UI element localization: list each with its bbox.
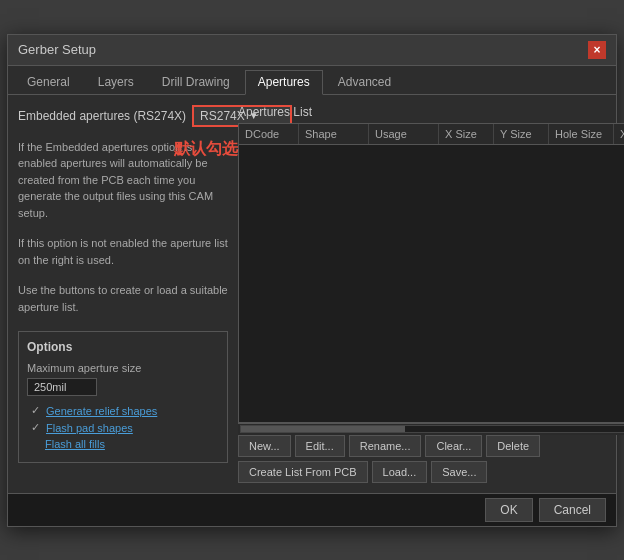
flash-all-fills-label[interactable]: Flash all fills xyxy=(45,438,105,450)
tab-general[interactable]: General xyxy=(14,70,83,94)
edit-button[interactable]: Edit... xyxy=(295,435,345,457)
tab-advanced[interactable]: Advanced xyxy=(325,70,404,94)
aperture-size-input[interactable] xyxy=(27,378,97,396)
desc-text-2: If this option is not enabled the apertu… xyxy=(18,235,228,268)
dialog-title: Gerber Setup xyxy=(18,42,96,57)
apertures-list-label: Apertures List xyxy=(238,105,624,119)
desc-text-3: Use the buttons to create or load a suit… xyxy=(18,282,228,315)
col-shape: Shape xyxy=(299,124,369,144)
tab-bar: General Layers Drill Drawing Apertures A… xyxy=(8,66,616,95)
create-list-from-pcb-button[interactable]: Create List From PCB xyxy=(238,461,368,483)
action-row-1: New... Edit... Rename... Clear... Delete xyxy=(238,435,624,457)
flash-pad-check-icon[interactable]: ✓ xyxy=(31,421,40,434)
col-xo: X O xyxy=(614,124,624,144)
col-usage: Usage xyxy=(369,124,439,144)
main-content: Embedded apertures (RS274X) RS274X ▼ If … xyxy=(8,95,616,493)
generate-relief-label[interactable]: Generate relief shapes xyxy=(46,405,157,417)
options-box: Options Maximum aperture size ✓ Generate… xyxy=(18,331,228,463)
right-panel: Apertures List DCode Shape Usage X Size … xyxy=(238,105,624,483)
flash-pad-row: ✓ Flash pad shapes xyxy=(27,421,219,434)
left-panel: Embedded apertures (RS274X) RS274X ▼ If … xyxy=(18,105,228,483)
tab-drill-drawing[interactable]: Drill Drawing xyxy=(149,70,243,94)
annotation-text: 默认勾选 xyxy=(174,139,238,160)
apertures-table: DCode Shape Usage X Size Y Size Hole Siz… xyxy=(238,123,624,423)
horizontal-scrollbar[interactable] xyxy=(238,423,624,435)
col-xsize: X Size xyxy=(439,124,494,144)
title-bar: Gerber Setup × xyxy=(8,35,616,66)
bottom-bar: OK Cancel xyxy=(8,493,616,526)
col-dcode: DCode xyxy=(239,124,299,144)
clear-button[interactable]: Clear... xyxy=(425,435,482,457)
col-ysize: Y Size xyxy=(494,124,549,144)
load-button[interactable]: Load... xyxy=(372,461,428,483)
close-button[interactable]: × xyxy=(588,41,606,59)
new-button[interactable]: New... xyxy=(238,435,291,457)
tab-apertures[interactable]: Apertures xyxy=(245,70,323,95)
rename-button[interactable]: Rename... xyxy=(349,435,422,457)
max-aperture-label: Maximum aperture size xyxy=(27,362,219,374)
scrollbar-track xyxy=(240,425,624,433)
cancel-button[interactable]: Cancel xyxy=(539,498,606,522)
action-row-2: Create List From PCB Load... Save... xyxy=(238,461,624,483)
embedded-row: Embedded apertures (RS274X) RS274X ▼ xyxy=(18,105,228,127)
flash-pad-label[interactable]: Flash pad shapes xyxy=(46,422,133,434)
delete-button[interactable]: Delete xyxy=(486,435,540,457)
flash-all-fills-row: Flash all fills xyxy=(27,438,219,450)
table-header: DCode Shape Usage X Size Y Size Hole Siz… xyxy=(239,124,624,145)
gerber-setup-dialog: Gerber Setup × General Layers Drill Draw… xyxy=(7,34,617,527)
generate-relief-check-icon[interactable]: ✓ xyxy=(31,404,40,417)
tab-layers[interactable]: Layers xyxy=(85,70,147,94)
save-button[interactable]: Save... xyxy=(431,461,487,483)
generate-relief-row: ✓ Generate relief shapes xyxy=(27,404,219,417)
col-holesize: Hole Size xyxy=(549,124,614,144)
options-title: Options xyxy=(27,340,219,354)
ok-button[interactable]: OK xyxy=(485,498,532,522)
embedded-label: Embedded apertures (RS274X) xyxy=(18,109,186,123)
scrollbar-thumb xyxy=(241,426,405,432)
